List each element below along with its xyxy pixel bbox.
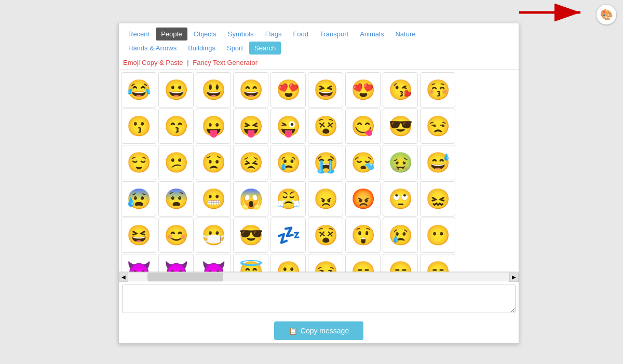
emoji-cell[interactable]: 😒 [420,109,455,144]
app-icon[interactable]: 🎨 [596,4,617,25]
emoji-area: 😂 😀 😃 😄 😍 😆 😍 😘 😚 😗 😙 😛 😝 😜 😵 😋 😎 😒 [119,70,519,272]
emoji-cell[interactable]: 😜 [270,109,306,144]
emoji-cell[interactable]: 😌 [121,145,156,180]
emoji-cell[interactable]: 😝 [233,109,268,144]
link-separator: | [187,59,188,66]
emoji-cell[interactable]: 😋 [345,109,381,144]
emoji-cell[interactable]: 😑 [345,254,381,272]
emoji-cell[interactable]: 😇 [233,254,268,272]
emoji-cell[interactable]: 😀 [158,72,194,107]
emoji-cell[interactable]: 😑 [383,254,418,272]
emoji-cell[interactable]: 😡 [345,181,381,217]
emoji-cell[interactable]: 😄 [233,72,268,107]
emoji-cell[interactable]: 😈 [196,254,231,272]
copy-icon: 📋 [289,327,297,335]
emoji-grid: 😂 😀 😃 😄 😍 😆 😍 😘 😚 😗 😙 😛 😝 😜 😵 😋 😎 😒 [121,72,517,272]
emoji-grid-wrapper[interactable]: 😂 😀 😃 😄 😍 😆 😍 😘 😚 😗 😙 😛 😝 😜 😵 😋 😎 😒 [119,70,519,272]
emoji-cell[interactable]: 👿 [158,254,194,272]
emoji-cell[interactable]: 😵 [308,109,343,144]
copy-button-row: 📋 Copy message [119,318,519,343]
emoji-cell[interactable]: 😈 [121,254,156,272]
emoji-cell[interactable]: 😵 [308,218,343,253]
emoji-cell[interactable]: 😰 [121,181,156,217]
tab-hands-arrows[interactable]: Hands & Arrows [123,42,182,55]
emoji-cell[interactable]: 😆 [121,218,156,253]
scroll-left-arrow[interactable]: ◀ [119,273,128,282]
tab-row-2: Hands & Arrows Buildings Sport Search [123,42,514,55]
heart-icon: 🎨 [600,8,613,21]
emoji-cell[interactable]: 😚 [420,72,455,107]
arrow-indicator [519,3,592,24]
emoji-cell[interactable]: 😗 [121,109,156,144]
emoji-cell[interactable]: 😬 [196,181,231,217]
emoji-cell[interactable]: 😪 [345,145,381,180]
emoji-cell[interactable]: 🤢 [383,145,418,180]
emoji-cell[interactable]: 😆 [308,72,343,107]
tab-symbols[interactable]: Symbols [223,28,259,41]
emoji-cell[interactable]: 😍 [345,72,381,107]
emoji-cell[interactable]: 😤 [270,181,306,217]
tab-transport[interactable]: Transport [315,28,354,41]
scroll-track[interactable] [128,273,509,281]
emoji-cell[interactable]: 😢 [383,218,418,253]
emoji-cell[interactable]: 🙂 [270,254,306,272]
emoji-cell[interactable]: 🙄 [383,181,418,217]
tab-navigation: Recent People Objects Symbols Flags Food… [119,23,519,55]
tab-buildings[interactable]: Buildings [183,42,221,55]
textarea-container [119,281,519,318]
emoji-cell[interactable]: 😱 [233,181,268,217]
links-row: Emoji Copy & Paste | Fancy Text Generato… [119,56,519,70]
tab-recent[interactable]: Recent [123,28,155,41]
emoji-cell[interactable]: 😕 [158,145,194,180]
emoji-cell[interactable]: 😶 [420,218,455,253]
emoji-cell[interactable]: 😛 [196,109,231,144]
emoji-cell[interactable]: 😎 [383,109,418,144]
tab-animals[interactable]: Animals [355,28,389,41]
emoji-cell[interactable]: 😂 [121,72,156,107]
emoji-cell[interactable]: 💤 [270,218,306,253]
emoji-cell[interactable]: 😃 [196,72,231,107]
scroll-right-arrow[interactable]: ▶ [509,273,519,282]
emoji-cell[interactable]: 😢 [270,145,306,180]
emoji-cell[interactable]: 😘 [383,72,418,107]
emoji-cell[interactable]: 😙 [158,109,194,144]
message-textarea[interactable] [122,285,516,313]
tab-nature[interactable]: Nature [390,28,421,41]
copy-message-button[interactable]: 📋 Copy message [274,321,363,340]
emoji-cell[interactable]: 😅 [420,145,455,180]
emoji-cell[interactable]: 😍 [270,72,306,107]
horizontal-scrollbar[interactable]: ◀ ▶ [119,272,519,281]
emoji-cell[interactable]: 😖 [420,181,455,217]
tab-row-1: Recent People Objects Symbols Flags Food… [123,28,514,41]
emoji-cell[interactable]: 😟 [196,145,231,180]
tab-flags[interactable]: Flags [260,28,287,41]
emoji-popup: Recent People Objects Symbols Flags Food… [118,23,519,344]
emoji-cell[interactable]: 😑 [420,254,455,272]
tab-people[interactable]: People [156,28,187,41]
tab-sport[interactable]: Sport [222,42,248,55]
emoji-cell[interactable]: 😠 [308,181,343,217]
copy-button-label: Copy message [301,327,349,335]
tab-objects[interactable]: Objects [188,28,222,41]
scroll-thumb[interactable] [147,273,224,281]
emoji-cell[interactable]: 😲 [345,218,381,253]
emoji-cell[interactable]: 😭 [308,145,343,180]
emoji-cell[interactable]: 😣 [233,145,268,180]
emoji-cell[interactable]: 😷 [196,218,231,253]
emoji-cell[interactable]: 😏 [308,254,343,272]
tab-food[interactable]: Food [288,28,314,41]
emoji-copy-paste-link[interactable]: Emoji Copy & Paste [123,59,183,66]
emoji-cell[interactable]: 😊 [158,218,194,253]
fancy-text-link[interactable]: Fancy Text Generator [193,59,258,66]
tab-search[interactable]: Search [249,42,281,55]
emoji-cell[interactable]: 😨 [158,181,194,217]
emoji-cell[interactable]: 😎 [233,218,268,253]
